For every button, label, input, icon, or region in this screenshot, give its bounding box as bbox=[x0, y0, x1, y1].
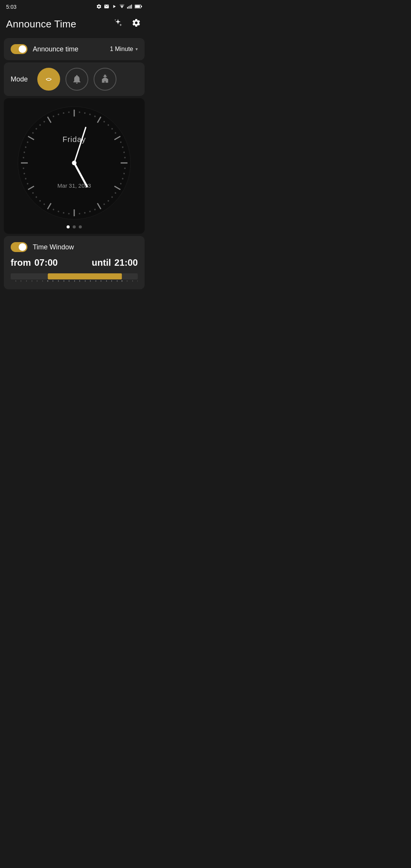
status-bar: 5:03 bbox=[0, 0, 148, 14]
page-dot-1 bbox=[67, 225, 70, 228]
svg-rect-5 bbox=[141, 6, 142, 7]
page-dot-3 bbox=[79, 225, 82, 228]
time-until: until 21:00 bbox=[92, 257, 138, 268]
svg-rect-0 bbox=[127, 7, 128, 8]
announce-time-card: Announce time 1 Minute ▾ bbox=[4, 38, 145, 60]
battery-status-icon bbox=[135, 4, 142, 10]
time-window-toggle[interactable] bbox=[11, 242, 27, 252]
app-bar-actions bbox=[112, 17, 142, 31]
mode-icons bbox=[37, 68, 116, 91]
clock-face-container: Friday Mar 31, 2023 bbox=[17, 106, 131, 220]
time-window-toggle-thumb bbox=[19, 243, 26, 251]
from-label: from bbox=[11, 257, 31, 268]
svg-rect-73 bbox=[48, 273, 122, 279]
signal-status-icon bbox=[127, 4, 132, 10]
page-title: Announce Time bbox=[6, 18, 76, 30]
page-dot-2 bbox=[73, 225, 76, 228]
svg-rect-6 bbox=[135, 5, 140, 8]
until-time: 21:00 bbox=[115, 257, 138, 268]
announce-label: Announce time bbox=[33, 45, 78, 53]
announce-left: Announce time bbox=[11, 44, 78, 54]
svg-rect-2 bbox=[130, 5, 131, 8]
time-window-card: Time Window from 07:00 until 21:00 bbox=[4, 236, 145, 289]
timeline-svg bbox=[11, 272, 138, 282]
timeline-wrapper bbox=[11, 272, 138, 283]
mode-voice-button[interactable] bbox=[37, 68, 60, 91]
mode-bell-button[interactable] bbox=[65, 68, 88, 91]
time-from: from 07:00 bbox=[11, 257, 58, 268]
play-status-icon bbox=[112, 4, 117, 10]
dropdown-arrow-icon: ▾ bbox=[135, 46, 138, 52]
time-window-header: Time Window bbox=[11, 242, 138, 252]
clock-svg: Friday Mar 31, 2023 bbox=[17, 106, 131, 220]
mode-label: Mode bbox=[11, 75, 30, 83]
page-indicator bbox=[67, 225, 82, 228]
announce-toggle[interactable] bbox=[11, 44, 27, 54]
app-bar: Announce Time bbox=[0, 14, 148, 36]
mode-church-button[interactable] bbox=[94, 68, 116, 91]
until-label: until bbox=[92, 257, 111, 268]
svg-rect-74 bbox=[122, 273, 138, 279]
time-window-label: Time Window bbox=[33, 243, 74, 251]
clock-section: Friday Mar 31, 2023 bbox=[4, 98, 145, 234]
announce-row: Announce time 1 Minute ▾ bbox=[11, 44, 138, 54]
svg-rect-3 bbox=[131, 5, 132, 9]
wifi-status-icon bbox=[119, 4, 125, 10]
settings-status-icon bbox=[96, 4, 102, 10]
time-range-row: from 07:00 until 21:00 bbox=[11, 257, 138, 268]
status-icons bbox=[96, 4, 142, 10]
clock-center-dot bbox=[72, 161, 76, 165]
status-time: 5:03 bbox=[6, 4, 16, 10]
interval-dropdown[interactable]: 1 Minute ▾ bbox=[110, 46, 138, 53]
settings-button[interactable] bbox=[130, 17, 142, 31]
svg-rect-72 bbox=[11, 273, 48, 279]
svg-rect-1 bbox=[129, 6, 129, 8]
interval-label: 1 Minute bbox=[110, 46, 133, 53]
toggle-thumb bbox=[19, 45, 26, 53]
sparkle-button[interactable] bbox=[112, 17, 124, 31]
from-time: 07:00 bbox=[34, 257, 57, 268]
mode-card: Mode bbox=[4, 62, 145, 96]
mail-status-icon bbox=[104, 4, 109, 10]
